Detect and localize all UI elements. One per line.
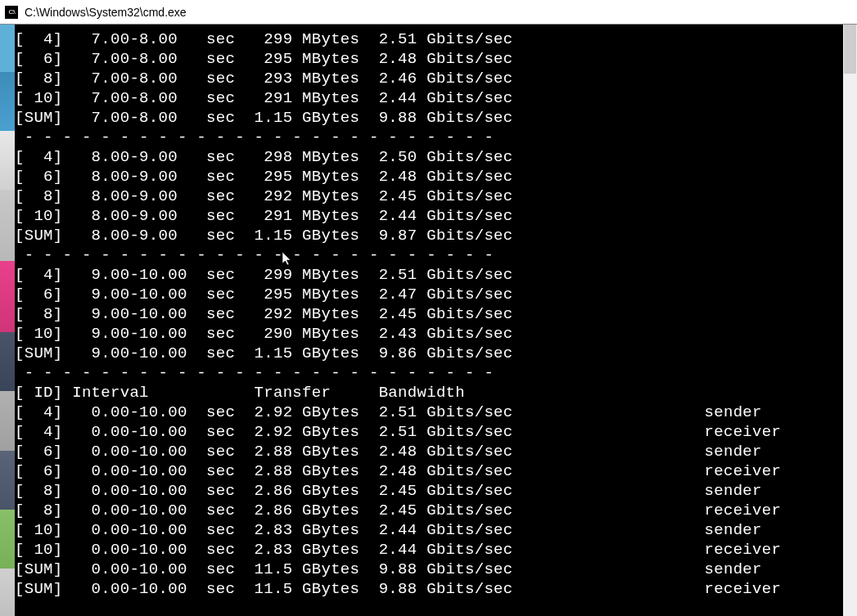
iperf-interval-row: [ 6] 7.00-8.00 sec 295 MBytes 2.48 Gbits… [15,49,857,69]
separator-line: - - - - - - - - - - - - - - - - - - - - … [15,128,857,147]
summary-header-row: [ ID] Interval Transfer Bandwidth [15,383,857,402]
iperf-interval-row: [ 8] 8.00-9.00 sec 292 MBytes 2.45 Gbits… [15,187,857,206]
iperf-interval-row: [ 10] 7.00-8.00 sec 291 MBytes 2.44 Gbit… [15,88,857,108]
iperf-summary-row: [ 8] 0.00-10.00 sec 2.86 GBytes 2.45 Gbi… [15,501,857,520]
iperf-interval-row: [SUM] 8.00-9.00 sec 1.15 GBytes 9.87 Gbi… [15,226,857,245]
separator-line: - - - - - - - - - - - - - - - - - - - - … [15,245,857,265]
iperf-interval-row: [ 4] 7.00-8.00 sec 299 MBytes 2.51 Gbits… [15,29,857,49]
iperf-interval-row: [SUM] 7.00-8.00 sec 1.15 GBytes 9.88 Gbi… [15,108,857,128]
window-title: C:\Windows\System32\cmd.exe [25,6,187,19]
iperf-summary-row: [SUM] 0.00-10.00 sec 11.5 GBytes 9.88 Gb… [15,579,857,599]
iperf-interval-row: [ 8] 9.00-10.00 sec 292 MBytes 2.45 Gbit… [15,304,857,324]
iperf-interval-row: [ 10] 9.00-10.00 sec 290 MBytes 2.43 Gbi… [15,324,857,344]
cmd-icon: C:\ [5,6,18,19]
iperf-summary-row: [ 10] 0.00-10.00 sec 2.83 GBytes 2.44 Gb… [15,540,857,560]
iperf-interval-row: [ 4] 8.00-9.00 sec 298 MBytes 2.50 Gbits… [15,147,857,167]
terminal-output[interactable]: [ 4] 7.00-8.00 sec 299 MBytes 2.51 Gbits… [15,25,857,616]
separator-line: - - - - - - - - - - - - - - - - - - - - … [15,363,857,383]
iperf-summary-row: [SUM] 0.00-10.00 sec 11.5 GBytes 9.88 Gb… [15,560,857,579]
desktop-background-strip [0,25,15,616]
iperf-summary-row: [ 6] 0.00-10.00 sec 2.88 GBytes 2.48 Gbi… [15,442,857,461]
iperf-interval-row: [ 6] 8.00-9.00 sec 295 MBytes 2.48 Gbits… [15,167,857,187]
iperf-summary-row: [ 10] 0.00-10.00 sec 2.83 GBytes 2.44 Gb… [15,520,857,540]
iperf-interval-row: [ 4] 9.00-10.00 sec 299 MBytes 2.51 Gbit… [15,265,857,285]
iperf-summary-row: [ 4] 0.00-10.00 sec 2.92 GBytes 2.51 Gbi… [15,422,857,442]
iperf-summary-row: [ 4] 0.00-10.00 sec 2.92 GBytes 2.51 Gbi… [15,402,857,422]
iperf-interval-row: [ 10] 8.00-9.00 sec 291 MBytes 2.44 Gbit… [15,206,857,226]
iperf-interval-row: [SUM] 9.00-10.00 sec 1.15 GBytes 9.86 Gb… [15,344,857,363]
iperf-interval-row: [ 8] 7.00-8.00 sec 293 MBytes 2.46 Gbits… [15,69,857,88]
vertical-scrollbar[interactable] [843,25,857,616]
iperf-interval-row: [ 6] 9.00-10.00 sec 295 MBytes 2.47 Gbit… [15,285,857,304]
scrollbar-thumb[interactable] [844,25,856,74]
window-titlebar[interactable]: C:\ C:\Windows\System32\cmd.exe [0,0,857,25]
iperf-summary-row: [ 6] 0.00-10.00 sec 2.88 GBytes 2.48 Gbi… [15,461,857,481]
iperf-summary-row: [ 8] 0.00-10.00 sec 2.86 GBytes 2.45 Gbi… [15,481,857,501]
